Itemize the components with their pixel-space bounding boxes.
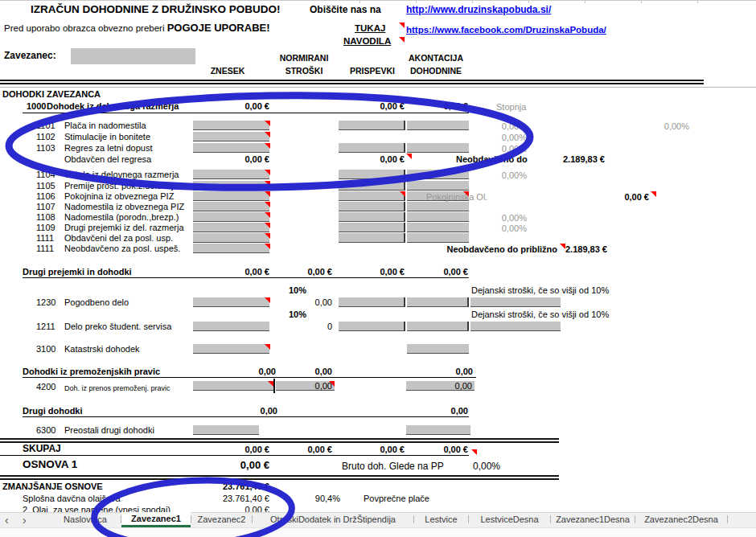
input-akontacija-1108[interactable] xyxy=(407,212,469,222)
tab-zavezanec1desna[interactable]: Zavezanec1Desna xyxy=(551,512,635,527)
input-akontacija-6300[interactable] xyxy=(406,425,470,435)
cell-value: 0,00 € xyxy=(420,267,468,277)
input-znesek-1108[interactable] xyxy=(193,212,269,222)
row-code: 1111 xyxy=(36,233,54,244)
section-dohodki-zavezanca: DOHODKI ZAVEZANCA xyxy=(2,89,101,100)
tab-zavezanec2desna[interactable]: Zavezanec2Desna xyxy=(635,512,727,527)
section-underline xyxy=(23,377,476,378)
input-prispevki-1104[interactable] xyxy=(339,170,405,179)
input-prispevki-1108[interactable] xyxy=(339,212,405,222)
input-prispevki-1106[interactable] xyxy=(339,191,405,201)
input-akontacija-1105[interactable] xyxy=(407,181,469,191)
row-label: Delo preko študent. servisa xyxy=(64,322,171,332)
tukaj-link[interactable]: TUKAJ xyxy=(355,23,385,34)
cell-value: 0,00 € xyxy=(356,154,405,165)
stopnja-value: 0,00% xyxy=(479,223,527,234)
input-akontacija-4200[interactable]: 0,00 xyxy=(406,381,475,391)
input-znesek-1211[interactable] xyxy=(193,322,269,331)
input-prispevki-1109[interactable] xyxy=(339,223,405,232)
tab-otroskidodatek[interactable]: OtroškiDodatek in DržŠtipendija xyxy=(253,512,413,527)
input-akontacija-3100[interactable] xyxy=(407,344,469,354)
input-znesek-1111a[interactable] xyxy=(193,233,269,243)
input-prispevki-1103[interactable] xyxy=(339,143,405,153)
section-drugi-dohodki: Drugi dohodki xyxy=(23,406,83,416)
navodila-link[interactable]: NAVODILA xyxy=(343,36,391,47)
input-prispevki-1111[interactable] xyxy=(339,233,405,243)
column-tick xyxy=(472,0,473,3)
input-znesek-3100[interactable] xyxy=(193,344,269,354)
input-akontacija-1211[interactable] xyxy=(407,322,469,331)
site-link[interactable]: http://www.druzinskapobuda.si/ xyxy=(406,4,551,15)
comment-marker xyxy=(651,191,656,197)
input-akontacija-1107[interactable] xyxy=(407,202,469,211)
column-tick xyxy=(697,0,698,3)
stopnja-value: 0,00% xyxy=(479,144,527,154)
header-rule xyxy=(0,80,704,84)
tab-lestvice[interactable]: Lestvice xyxy=(414,512,468,527)
input-akontacija-1104[interactable] xyxy=(407,170,469,179)
input-akontacija-1111[interactable] xyxy=(407,233,469,243)
input-znesek-1111b[interactable] xyxy=(193,244,269,253)
input-dejanski-1230[interactable] xyxy=(470,297,561,307)
row-label: Neobdavčeno za posl. uspeš. xyxy=(64,244,180,254)
zavezanec-label: Zavezanec: xyxy=(4,51,56,61)
povprecne-label: Povprečne plače xyxy=(364,494,429,504)
row-label: Nadomestila iz obveznega PIZ xyxy=(64,202,184,212)
facebook-link[interactable]: https://www.facebook.com/DruzinskaPobuda… xyxy=(406,24,606,35)
column-tick xyxy=(641,0,642,3)
tab-scroll-right-button[interactable]: › xyxy=(23,513,27,527)
input-akontacija-1101[interactable] xyxy=(407,121,469,130)
osnova-label: OSNOVA 1 xyxy=(23,459,77,469)
row-code: 1211 xyxy=(36,322,55,332)
row-code: 1000 xyxy=(27,101,46,112)
tab-zavezanec2[interactable]: Zavezanec2 xyxy=(191,512,252,527)
skupaj-label: SKUPAJ xyxy=(23,444,61,454)
comment-marker xyxy=(560,244,565,249)
usage-warning-text: Pred uporabo obrazca obvezno preberi xyxy=(4,23,164,33)
osnova-rule xyxy=(0,475,559,480)
input-normirani-4200[interactable]: 0,00 xyxy=(276,381,335,391)
input-prispevki-1230[interactable] xyxy=(339,297,405,307)
input-znesek-4200[interactable] xyxy=(193,381,273,391)
row-label: Pokojnina iz obveznega PIZ xyxy=(64,191,174,202)
col-header-dohodnine: DOHODNINE xyxy=(405,66,467,76)
row-label: Regres za letni dopust xyxy=(64,143,152,154)
row-code: 1108 xyxy=(36,212,55,223)
input-znesek-1106[interactable] xyxy=(193,191,269,201)
skupaj-value: 0,00 € xyxy=(356,445,405,455)
input-znesek-6300[interactable] xyxy=(193,425,259,435)
input-prispevki-1211[interactable] xyxy=(339,322,405,331)
tab-zavezanec1-active[interactable]: Zavezanec1 xyxy=(121,512,191,527)
page-title: IZRAČUN DOHODNINE Z DRUŽINSKO POBUDO! xyxy=(31,4,281,14)
bruto-label: Bruto doh. Glede na PP xyxy=(342,461,444,472)
col-header-akontacija: AKONTACIJA xyxy=(405,53,467,63)
splosna-value: 23.761,40 € xyxy=(209,494,269,504)
usage-warning-bold: POGOJE UPORABE! xyxy=(167,22,270,34)
tab-lestvicedesna[interactable]: LestviceDesna xyxy=(469,512,550,527)
row-label: Drugi prejemki iz del. razmerja xyxy=(64,223,184,233)
input-znesek-1103[interactable] xyxy=(193,143,269,153)
input-prispevki-1107[interactable] xyxy=(339,202,405,211)
summary-rule xyxy=(0,438,559,443)
input-znesek-1105[interactable] xyxy=(193,181,269,191)
input-dejanski-1211[interactable] xyxy=(470,322,561,331)
input-znesek-1230[interactable] xyxy=(193,297,269,307)
input-znesek-1109[interactable] xyxy=(193,223,269,232)
cell-value: 0 xyxy=(284,322,332,332)
input-akontacija-1103[interactable] xyxy=(407,143,469,153)
input-znesek-1102[interactable] xyxy=(193,132,269,141)
input-akontacija-1230[interactable] xyxy=(407,297,469,307)
input-znesek-1101[interactable] xyxy=(193,121,269,130)
col-header-normirani: NORMIRANI xyxy=(276,53,332,63)
input-znesek-1107[interactable] xyxy=(193,202,269,211)
input-akontacija-1109[interactable] xyxy=(407,223,469,232)
tab-naslovnica[interactable]: Naslovnica xyxy=(50,512,121,527)
row-code: 1105 xyxy=(36,181,55,191)
stopnja-value-right: 0,00% xyxy=(641,121,689,132)
input-prispevki-1101[interactable] xyxy=(339,121,405,130)
input-prispevki-1105[interactable] xyxy=(339,181,405,191)
tab-scroll-left-button[interactable]: ‹ xyxy=(5,513,9,527)
row-label: Katastrski dohodek xyxy=(64,344,140,355)
zavezanec-input[interactable] xyxy=(71,48,195,64)
input-znesek-1104[interactable] xyxy=(193,170,269,179)
